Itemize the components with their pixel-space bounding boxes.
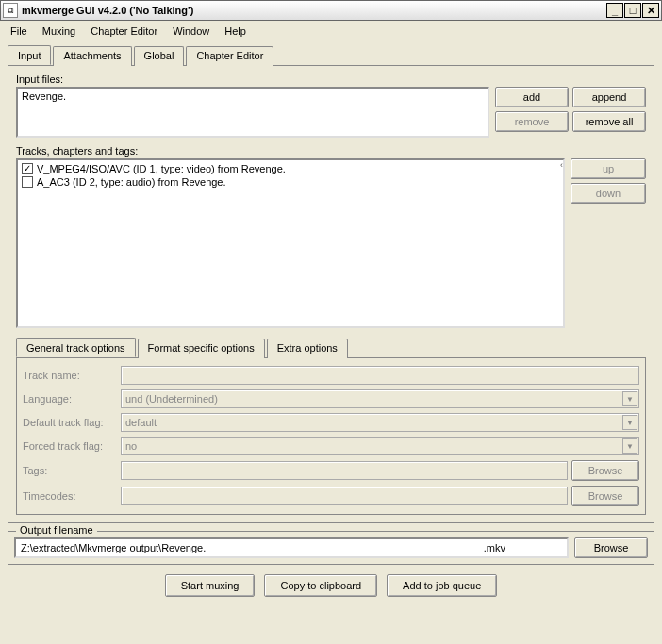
track-name-label: Track name:	[23, 370, 117, 381]
timecodes-field[interactable]	[121, 487, 568, 505]
tracks-label: Tracks, chapters and tags:	[16, 145, 646, 157]
tab-format-specific-options[interactable]: Format specific options	[138, 339, 265, 358]
forced-flag-dropdown[interactable]: no ▼	[121, 437, 639, 455]
output-filename-field[interactable]: Z:\extracted\Mkvmerge output\Revenge. .m…	[14, 537, 569, 558]
default-flag-label: Default track flag:	[23, 417, 117, 428]
chevron-down-icon: ▼	[622, 415, 637, 430]
track-checkbox[interactable]: ✓	[22, 163, 33, 174]
track-item[interactable]: ✓ V_MPEG4/ISO/AVC (ID 1, type: video) fr…	[22, 162, 559, 175]
tab-extra-options[interactable]: Extra options	[267, 339, 348, 358]
track-text: V_MPEG4/ISO/AVC (ID 1, type: video) from…	[37, 163, 286, 174]
remove-all-button[interactable]: remove all	[572, 111, 646, 132]
add-to-job-queue-button[interactable]: Add to job queue	[387, 574, 497, 597]
titlebar: ⧉ mkvmerge GUI v4.2.0 ('No Talking') _ □…	[0, 0, 662, 21]
forced-flag-label: Forced track flag:	[23, 440, 117, 452]
copy-to-clipboard-button[interactable]: Copy to clipboard	[264, 574, 377, 597]
tab-attachments[interactable]: Attachments	[53, 46, 131, 66]
down-button[interactable]: down	[571, 183, 646, 204]
tab-chapter-editor[interactable]: Chapter Editor	[186, 46, 273, 66]
tracks-list[interactable]: ✓ V_MPEG4/ISO/AVC (ID 1, type: video) fr…	[16, 158, 565, 328]
menu-muxing[interactable]: Muxing	[36, 24, 82, 39]
default-flag-dropdown[interactable]: default ▼	[121, 413, 639, 432]
remove-button[interactable]: remove	[495, 111, 569, 132]
track-item[interactable]: A_AC3 (ID 2, type: audio) from Revenge.	[22, 175, 559, 189]
close-button[interactable]: ✕	[642, 3, 659, 18]
output-filename-title: Output filename	[16, 524, 97, 536]
tab-input[interactable]: Input	[8, 45, 51, 65]
main-tabs: Input Attachments Global Chapter Editor	[8, 46, 654, 66]
menu-file[interactable]: File	[4, 24, 34, 39]
menu-window[interactable]: Window	[166, 24, 216, 39]
app-icon: ⧉	[3, 3, 18, 18]
options-tabs: General track options Format specific op…	[16, 339, 646, 358]
track-text: A_AC3 (ID 2, type: audio) from Revenge.	[37, 176, 226, 188]
up-button[interactable]: up	[571, 158, 646, 179]
window-title: mkvmerge GUI v4.2.0 ('No Talking')	[22, 5, 606, 16]
start-muxing-button[interactable]: Start muxing	[165, 574, 256, 597]
tab-general-track-options[interactable]: General track options	[16, 338, 136, 357]
track-name-field[interactable]	[121, 366, 639, 385]
tags-browse-button[interactable]: Browse	[571, 460, 639, 481]
menubar: File Muxing Chapter Editor Window Help	[0, 21, 662, 41]
timecodes-browse-button[interactable]: Browse	[571, 486, 639, 506]
tab-global[interactable]: Global	[134, 46, 185, 66]
bottom-buttons: Start muxing Copy to clipboard Add to jo…	[8, 574, 654, 597]
timecodes-label: Timecodes:	[23, 490, 117, 502]
maximize-button[interactable]: □	[624, 3, 641, 18]
input-panel: Input files: Revenge. add append remove …	[8, 65, 654, 523]
input-file-item[interactable]: Revenge.	[22, 91, 484, 102]
scroll-indicator-icon: ‹	[560, 160, 563, 170]
menu-chapter-editor[interactable]: Chapter Editor	[84, 24, 164, 39]
append-button[interactable]: append	[572, 87, 646, 107]
track-checkbox[interactable]	[22, 176, 33, 188]
add-button[interactable]: add	[495, 87, 569, 107]
input-files-list[interactable]: Revenge.	[16, 87, 489, 138]
input-files-label: Input files:	[16, 74, 646, 85]
language-label: Language:	[23, 393, 117, 405]
general-track-options-panel: Track name: Language: und (Undetermined)…	[16, 357, 646, 515]
menu-help[interactable]: Help	[218, 24, 253, 39]
tags-field[interactable]	[121, 461, 568, 480]
language-dropdown[interactable]: und (Undetermined) ▼	[121, 389, 639, 408]
output-filename-group: Output filename Z:\extracted\Mkvmerge ou…	[8, 531, 654, 565]
chevron-down-icon: ▼	[622, 438, 637, 454]
minimize-button[interactable]: _	[606, 3, 623, 18]
output-browse-button[interactable]: Browse	[574, 537, 648, 558]
chevron-down-icon: ▼	[622, 391, 637, 406]
tags-label: Tags:	[23, 465, 117, 476]
